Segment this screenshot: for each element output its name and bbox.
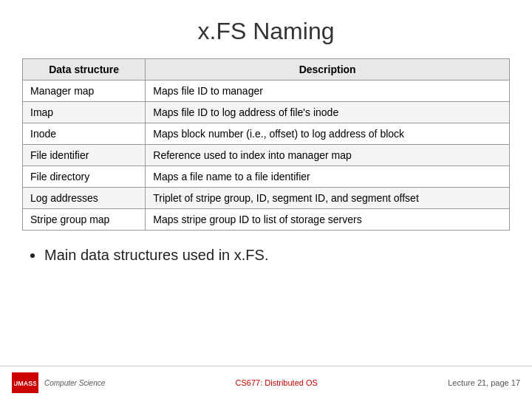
table-cell-description: Maps stripe group ID to list of storage … (146, 209, 510, 231)
table-cell-structure: Stripe group map (23, 209, 146, 231)
table-row: Stripe group mapMaps stripe group ID to … (23, 209, 510, 231)
table-cell-description: Maps a file name to a file identifier (146, 166, 510, 188)
table-cell-structure: Log addresses (23, 188, 146, 209)
table-cell-description: Maps block number (i.e., offset) to log … (146, 123, 510, 145)
svg-text:UMASS: UMASS (14, 380, 36, 387)
footer-logo-text: Computer Science (44, 379, 105, 387)
table-row: InodeMaps block number (i.e., offset) to… (23, 123, 510, 145)
table-header-row: Data structure Description (23, 59, 510, 81)
table-cell-structure: Imap (23, 102, 146, 123)
col-header-description: Description (146, 59, 510, 81)
table-cell-structure: Inode (23, 123, 146, 145)
table-cell-description: Maps file ID to log address of file's in… (146, 102, 510, 123)
bullet-item: Main data structures used in x.FS. (44, 247, 510, 264)
footer-logo: UMASS Computer Science (12, 372, 105, 393)
table-cell-description: Reference used to index into manager map (146, 145, 510, 166)
table-row: Log addressesTriplet of stripe group, ID… (23, 188, 510, 209)
table-cell-structure: Manager map (23, 81, 146, 102)
table-row: ImapMaps file ID to log address of file'… (23, 102, 510, 123)
data-table: Data structure Description Manager mapMa… (22, 58, 510, 231)
table-row: Manager mapMaps file ID to manager (23, 81, 510, 102)
page-title: x.FS Naming (0, 0, 532, 58)
table-cell-structure: File identifier (23, 145, 146, 166)
table-cell-structure: File directory (23, 166, 146, 188)
footer-center-text: CS677: Distributed OS (236, 378, 318, 387)
bullet-section: Main data structures used in x.FS. (22, 247, 510, 264)
data-table-container: Data structure Description Manager mapMa… (22, 58, 510, 231)
table-row: File identifierReference used to index i… (23, 145, 510, 166)
table-cell-description: Maps file ID to manager (146, 81, 510, 102)
table-row: File directoryMaps a file name to a file… (23, 166, 510, 188)
footer-right-text: Lecture 21, page 17 (448, 378, 520, 387)
footer: UMASS Computer Science CS677: Distribute… (0, 366, 532, 399)
col-header-structure: Data structure (23, 59, 146, 81)
logo-icon: UMASS (14, 375, 36, 391)
table-cell-description: Triplet of stripe group, ID, segment ID,… (146, 188, 510, 209)
umass-logo: UMASS (12, 372, 38, 393)
